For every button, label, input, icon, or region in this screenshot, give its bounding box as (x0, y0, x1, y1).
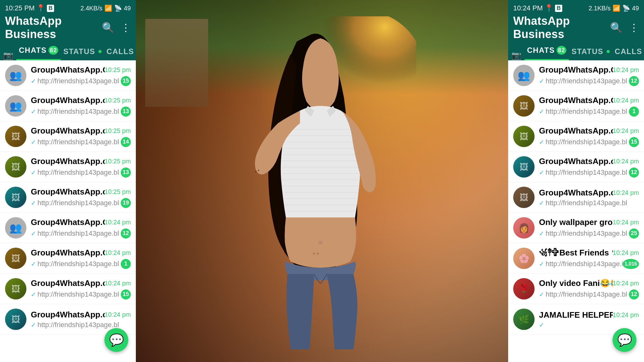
right-chat-item-6[interactable]: 👩 Only wallpaper group 10:24 pm ✓ http:/… (508, 213, 644, 243)
left-chat-time-6: 10:24 pm (105, 219, 131, 226)
left-unread-2: 13 (121, 107, 131, 117)
left-chat-time-9: 10:24 pm (105, 311, 131, 318)
left-avatar-icon-4: 🖼 (5, 156, 26, 178)
right-chat-top-2: Group4WhatsApp.Com184 10:24 pm (539, 96, 639, 105)
right-app-title: WhatsApp Business (513, 14, 610, 41)
right-chat-item-3[interactable]: 🖼 Group4WhatsApp.com185 10:24 pm ✓ http:… (508, 121, 644, 152)
right-chat-name-9: JAMALIFE HELPERS MEMB... (539, 310, 613, 320)
right-chat-name-8: Only video Fani😂😂😂😂 (539, 278, 613, 288)
left-chat-bottom-6: ✓ http://friendship143page.blogsp... 12 (31, 228, 131, 239)
right-camera-tab[interactable]: 📷 (508, 51, 525, 60)
left-chat-item-5[interactable]: 🖼 Group4WhatsApp.com189 10:25 pm ✓ http:… (0, 182, 136, 213)
left-chat-bottom-8: ✓ http://friendship143page.blogsp... 15 (31, 289, 131, 299)
right-avatar-icon-3: 🖼 (513, 126, 535, 147)
left-chat-item-4[interactable]: 🖼 Group4WhatsApp.com187 10:25 pm ✓ http:… (0, 152, 136, 182)
right-chat-time-2: 10:24 pm (613, 97, 639, 104)
right-tab-chats[interactable]: CHATS 82 (525, 41, 569, 60)
left-app-header: WhatsApp Business 🔍 ⋮ (0, 16, 136, 39)
right-avatar-6: 👩 (513, 217, 535, 239)
right-phone: 10:24 PM 📍 B 2.1KB/s 📶 📡 49 WhatsApp Bus… (508, 0, 644, 362)
left-tab-chats[interactable]: CHATS 82 (16, 41, 61, 60)
right-chat-item-2[interactable]: 🖼 Group4WhatsApp.Com184 10:24 pm ✓ http:… (508, 91, 644, 121)
right-chat-wrapper: 👥 Group4WhatsApp.Com182 10:24 pm ✓ http:… (508, 60, 644, 362)
left-chat-item-1[interactable]: 👥 Group4WhatsApp.Com181 10:25 pm ✓ http:… (0, 60, 136, 91)
left-chat-name-4: Group4WhatsApp.com187 (31, 156, 105, 166)
right-menu-icon[interactable]: ⋮ (629, 22, 639, 34)
left-camera-tab[interactable]: 📷 (0, 51, 16, 60)
left-chat-preview-6: ✓ http://friendship143page.blogsp... (31, 229, 119, 238)
right-chat-preview-8: ✓ http://friendship143page.blogsp... (539, 290, 627, 299)
right-chat-item-4[interactable]: 🖼 Group4WhatsApp.com188 10:24 pm ✓ http:… (508, 152, 644, 182)
right-chat-name-1: Group4WhatsApp.Com182 (539, 65, 613, 75)
right-chat-preview-2: ✓ http://friendship143page.blogsp... (539, 107, 627, 116)
right-chat-item-5[interactable]: 🖼 Group4WhatsApp.com1810 10:24 pm ✓ http… (508, 182, 644, 213)
left-chat-name-5: Group4WhatsApp.com189 (31, 187, 105, 197)
left-chat-preview-5: ✓ http://friendship143page.blogsp... (31, 199, 119, 207)
right-chat-time-9: 10:24 pm (613, 311, 639, 319)
right-chat-content-9: JAMALIFE HELPERS MEMB... 10:24 pm ✓ (539, 310, 639, 329)
left-chat-preview-1: ✓ http://friendship143page.blogsp... (31, 77, 119, 85)
left-chat-content-4: Group4WhatsApp.com187 10:25 pm ✓ http://… (31, 156, 131, 178)
left-search-icon[interactable]: 🔍 (102, 22, 114, 34)
right-speed: 2.1KB/s (589, 5, 611, 12)
left-speed: 2.4KB/s (80, 5, 103, 12)
right-wifi-icon: 📡 (622, 4, 630, 12)
right-header-icons: 🔍 ⋮ (610, 22, 639, 34)
right-tab-status[interactable]: STATUS (569, 42, 612, 60)
left-chat-bottom-3: ✓ http://friendship143page.blogsp... 14 (31, 137, 131, 147)
left-tab-status[interactable]: STATUS (61, 42, 104, 60)
left-chat-content-7: Group4WhatsApp.Com184 10:24 pm ✓ http://… (31, 248, 131, 269)
left-avatar-icon-6: 👥 (9, 222, 22, 234)
left-header-icons: 🔍 ⋮ (102, 22, 131, 34)
left-avatar-icon-2: 👥 (9, 100, 22, 112)
right-status-bar-right: 2.1KB/s 📶 📡 49 (589, 4, 639, 12)
left-chat-bottom-4: ✓ http://friendship143page.blogsp... 13 (31, 167, 131, 178)
right-chat-time-4: 10:24 pm (613, 158, 639, 165)
left-tab-calls[interactable]: CALLS 6 (104, 42, 136, 60)
left-chat-item-3[interactable]: 🖼 Group4WhatsApp.com186 10:25 pm ✓ http:… (0, 121, 136, 152)
right-fab[interactable]: 💬 (613, 328, 636, 352)
right-chat-preview-3: ✓ http://friendship143page.blogsp... (539, 138, 627, 146)
right-battery: 49 (632, 5, 639, 12)
left-b-icon: B (47, 5, 54, 12)
left-avatar-9: 🖼 (5, 309, 26, 330)
right-tab-status-label: STATUS (571, 47, 603, 56)
left-tabs-bar: 📷 CHATS 82 STATUS CALLS 6 (0, 39, 136, 60)
left-wifi-icon: 📡 (114, 4, 122, 12)
left-chat-item-2[interactable]: 👥 Group4WhatsApp.com183 10:25 pm ✓ http:… (0, 91, 136, 121)
left-fab[interactable]: 💬 (104, 328, 128, 352)
right-chat-bottom-4: ✓ http://friendship143page.blogsp... 12 (539, 167, 639, 178)
left-chat-item-8[interactable]: 🖼 Group4WhatsApp.com185 10:24 pm ✓ http:… (0, 274, 136, 304)
left-menu-icon[interactable]: ⋮ (121, 22, 131, 34)
right-chat-preview-9: ✓ (539, 321, 544, 329)
left-tab-chats-label: CHATS (19, 46, 47, 55)
right-chat-item-8[interactable]: 🌹 Only video Fani😂😂😂😂 10:24 pm ✓ http://… (508, 274, 644, 304)
right-search-icon[interactable]: 🔍 (610, 22, 623, 34)
right-chat-top-6: Only wallpaper group 10:24 pm (539, 217, 639, 227)
right-chat-time-7: 10:24 pm (613, 249, 639, 256)
left-chat-content-3: Group4WhatsApp.com186 10:25 pm ✓ http://… (31, 126, 131, 147)
right-chat-top-5: Group4WhatsApp.com1810 10:24 pm (539, 188, 639, 198)
right-tab-calls[interactable]: CALLS 6 (612, 42, 644, 60)
left-avatar-icon-5: 🖼 (5, 187, 26, 208)
right-chat-bottom-9: ✓ (539, 321, 639, 329)
left-chat-item-7[interactable]: 🖼 Group4WhatsApp.Com184 10:24 pm ✓ http:… (0, 243, 136, 274)
center-panel: ♥ ♥ ✦✦ (136, 0, 508, 362)
left-chat-item-6[interactable]: 👥 Group4WhatsApp.Com182 10:24 pm ✓ http:… (0, 213, 136, 243)
left-status-bar-right: 2.4KB/s 📶 📡 49 (80, 4, 131, 12)
right-chat-bottom-1: ✓ http://friendship143page.blogsp... 12 (539, 76, 639, 86)
left-chat-top-7: Group4WhatsApp.Com184 10:24 pm (31, 248, 131, 258)
left-avatar-7: 🖼 (5, 248, 26, 269)
right-chat-item-1[interactable]: 👥 Group4WhatsApp.Com182 10:24 pm ✓ http:… (508, 60, 644, 91)
right-chat-item-7[interactable]: 🌸 ꧁༒✞Best Friends ✞༒꧂ 10:24 pm ✓ http://… (508, 243, 644, 274)
right-signal-icon: 📶 (613, 4, 620, 12)
svg-point-16 (318, 241, 323, 244)
right-tab-calls-label: CALLS (615, 47, 642, 56)
right-chat-name-6: Only wallpaper group (539, 217, 613, 227)
left-avatar-8: 🖼 (5, 278, 26, 299)
left-avatar-1: 👥 (5, 65, 26, 86)
left-chat-preview-9: ✓ http://friendship143page.blogsp... (31, 321, 119, 329)
svg-text:♥ ♥: ♥ ♥ (313, 251, 319, 256)
right-unread-3: 15 (629, 137, 639, 147)
left-chat-top-3: Group4WhatsApp.com186 10:25 pm (31, 126, 131, 136)
